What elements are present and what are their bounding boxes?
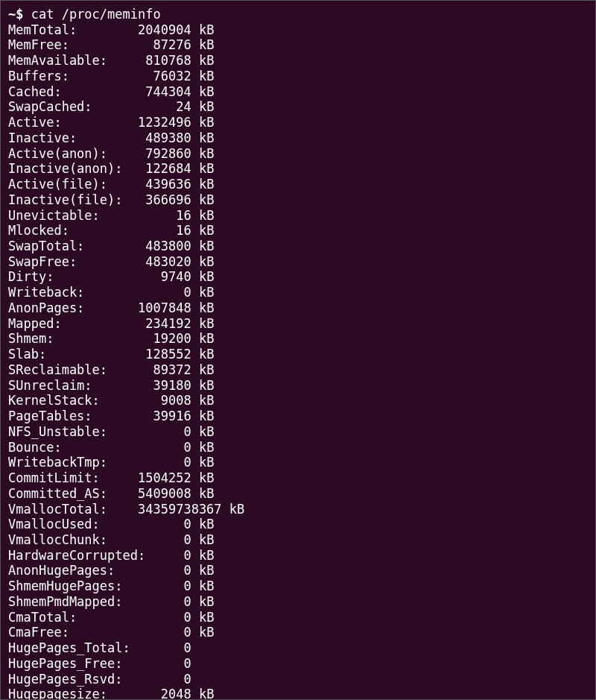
meminfo-row: AnonPages: 1007848 kB [8,300,588,316]
meminfo-row: PageTables: 39916 kB [8,409,588,424]
meminfo-label: SwapFree: [8,254,130,269]
meminfo-label: VmallocTotal: [8,502,130,517]
meminfo-unit: kB [191,347,215,362]
meminfo-unit: kB [191,285,215,300]
meminfo-row: Mlocked: 16 kB [8,223,588,239]
meminfo-unit: kB [191,177,215,192]
meminfo-unit: kB [191,300,215,315]
meminfo-label: VmallocUsed: [8,517,130,532]
meminfo-row: Slab: 128552 kB [8,347,588,362]
meminfo-unit: kB [191,316,215,331]
meminfo-label: ShmemPmdMapped: [8,594,130,609]
meminfo-row: Buffers: 76032 kB [8,69,588,84]
meminfo-value: 0 [130,440,191,455]
meminfo-unit: kB [191,223,215,238]
meminfo-row: HugePages_Total: 0 [8,640,588,656]
meminfo-label: Writeback: [8,285,130,300]
meminfo-label: Hugepagesize: [8,687,130,700]
meminfo-value: 0 [130,563,191,578]
meminfo-row: ShmemHugePages: 0 kB [8,578,588,594]
meminfo-row: Active: 1232496 kB [8,115,588,130]
meminfo-value: 16 [130,208,191,223]
meminfo-value: 89372 [130,362,191,377]
meminfo-unit: kB [191,161,215,176]
meminfo-row: WritebackTmp: 0 kB [8,455,588,470]
meminfo-row: Writeback: 0 kB [8,285,588,300]
meminfo-unit: kB [191,254,215,269]
meminfo-label: Unevictable: [8,208,130,223]
meminfo-label: SReclaimable: [8,362,130,377]
meminfo-value: 2040904 [130,22,191,37]
meminfo-label: Mlocked: [8,223,130,238]
meminfo-unit: kB [191,532,215,547]
meminfo-value: 483800 [130,239,191,253]
meminfo-value: 39916 [130,409,191,423]
meminfo-unit: kB [191,610,215,625]
meminfo-label: Committed_AS: [8,486,130,501]
meminfo-value: 0 [130,285,191,300]
command-text: cat /proc/meminfo [31,7,161,22]
meminfo-unit: kB [191,37,215,52]
meminfo-label: Active: [8,115,130,130]
meminfo-row: Bounce: 0 kB [8,440,588,455]
meminfo-label: Shmem: [8,331,130,346]
meminfo-unit: kB [191,192,215,207]
meminfo-label: Bounce: [8,440,130,455]
meminfo-row: Committed_AS: 5409008 kB [8,486,588,502]
meminfo-label: CmaTotal: [8,610,130,625]
meminfo-value: 0 [130,610,191,625]
meminfo-row: AnonHugePages: 0 kB [8,563,588,578]
meminfo-row: VmallocTotal: 34359738367 kB [8,502,588,517]
meminfo-value: 5409008 [130,486,191,501]
meminfo-row: VmallocUsed: 0 kB [8,517,588,532]
meminfo-row: VmallocChunk: 0 kB [8,532,588,548]
meminfo-output: MemTotal: 2040904 kBMemFree: 87276 kBMem… [8,22,588,700]
meminfo-row: SReclaimable: 89372 kB [8,362,588,378]
meminfo-value: 19200 [130,331,191,346]
meminfo-value: 0 [130,594,191,609]
command-prompt-line[interactable]: ~$ cat /proc/meminfo [8,7,588,22]
meminfo-unit: kB [191,455,215,470]
meminfo-unit: kB [191,53,215,68]
meminfo-value: 0 [145,548,191,563]
meminfo-unit: kB [191,409,215,423]
meminfo-unit: kB [191,440,215,455]
meminfo-unit: kB [191,548,215,563]
meminfo-label: Inactive(anon): [8,161,130,176]
meminfo-row: Inactive: 489380 kB [8,130,588,146]
meminfo-unit: kB [191,208,215,223]
meminfo-label: SwapTotal: [8,239,130,253]
meminfo-label: Mapped: [8,316,130,331]
meminfo-value: 0 [130,455,191,470]
meminfo-row: HardwareCorrupted: 0 kB [8,548,588,564]
meminfo-unit: kB [191,130,215,145]
meminfo-unit: kB [191,563,215,578]
meminfo-row: HugePages_Rsvd: 0 [8,672,588,687]
meminfo-label: CmaFree: [8,625,130,640]
meminfo-label: HardwareCorrupted: [8,548,145,563]
meminfo-row: SwapTotal: 483800 kB [8,239,588,254]
meminfo-label: AnonPages: [8,300,130,315]
meminfo-label: ShmemHugePages: [8,578,130,593]
meminfo-row: Inactive(anon): 122684 kB [8,161,588,177]
meminfo-value: 39180 [130,378,191,393]
meminfo-value: 0 [130,656,191,671]
meminfo-value: 0 [130,672,191,687]
meminfo-row: Unevictable: 16 kB [8,208,588,224]
meminfo-unit: kB [191,239,215,253]
meminfo-value: 810768 [130,53,191,68]
meminfo-row: CommitLimit: 1504252 kB [8,470,588,486]
meminfo-row: KernelStack: 9008 kB [8,393,588,409]
meminfo-label: PageTables: [8,409,130,423]
meminfo-row: CmaTotal: 0 kB [8,610,588,625]
meminfo-label: Inactive: [8,130,130,145]
meminfo-value: 122684 [130,161,191,176]
meminfo-value: 234192 [130,316,191,331]
meminfo-label: KernelStack: [8,393,130,408]
meminfo-value: 792860 [130,146,191,161]
meminfo-row: MemTotal: 2040904 kB [8,22,588,38]
meminfo-row: Hugepagesize: 2048 kB [8,687,588,700]
meminfo-label: Buffers: [8,69,130,83]
meminfo-value: 2048 [130,687,191,700]
meminfo-value: 483020 [130,254,191,269]
